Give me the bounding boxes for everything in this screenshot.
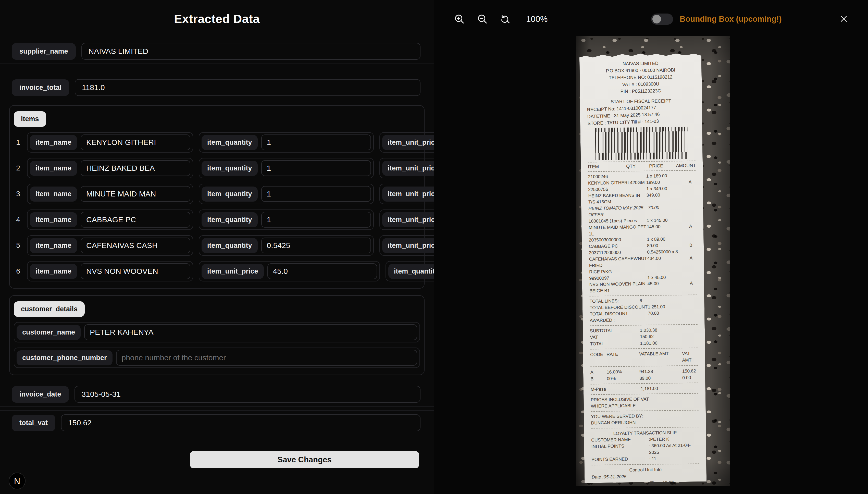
vat-table-header: CODERATE VATABLE AMTVAT AMT bbox=[590, 350, 698, 365]
item-row-6: 6 item_name item_unit_price item_quantit… bbox=[14, 261, 420, 282]
zoom-in-button[interactable] bbox=[454, 13, 465, 25]
item-name-label: item_name bbox=[30, 264, 77, 279]
item-quantity-label: item_quantity bbox=[201, 187, 258, 202]
total-vat-label: total_vat bbox=[12, 415, 55, 431]
customer-name-input[interactable] bbox=[84, 324, 417, 340]
receipt-header: NAIVAS LIMITED P.O BOX 61600 - 00100 NAI… bbox=[586, 59, 695, 95]
item-row-4: 4 item_name item_quantity item_unit_pric… bbox=[14, 209, 420, 230]
receipt-viewer-panel: 100% Bounding Box (upcoming!) NAIVAS LIM… bbox=[434, 0, 868, 494]
payment-row: M-Pesa1,181.00 bbox=[591, 385, 698, 393]
zoom-out-icon bbox=[477, 13, 488, 25]
item-quantity-input[interactable] bbox=[261, 134, 371, 150]
viewer-toolbar: 100% Bounding Box (upcoming!) bbox=[434, 0, 868, 38]
customer-phone-group: customer_phone_number bbox=[14, 347, 420, 368]
customer-details-section-label: customer_details bbox=[14, 301, 85, 317]
customer-name-label: customer_name bbox=[17, 325, 81, 340]
receipt-items: 210002461 x 189.00 KENYLON GITHERI 420GM… bbox=[588, 172, 697, 294]
invoice-date-label: invoice_date bbox=[12, 386, 69, 403]
item-quantity-group: item_quantity bbox=[199, 235, 374, 256]
zoom-level: 100% bbox=[526, 14, 547, 24]
zoom-out-button[interactable] bbox=[477, 13, 488, 25]
item-quantity-label: item_quantity bbox=[201, 135, 258, 150]
total-vat-input[interactable] bbox=[61, 414, 421, 431]
close-icon bbox=[839, 14, 849, 24]
item-quantity-group: item_quantity bbox=[199, 158, 374, 178]
customer-name-group: customer_name bbox=[14, 322, 420, 342]
vat-notice: PRICES INCLUSIVE OF VAT WHERE APPLICABLE bbox=[591, 396, 699, 410]
vat-row-b: B00% 89.000.00 bbox=[591, 374, 698, 382]
total-vat-row: total_vat bbox=[0, 410, 434, 435]
reset-zoom-icon bbox=[500, 13, 511, 25]
item-quantity-input[interactable] bbox=[261, 238, 371, 253]
customer-details-section: customer_details customer_name customer_… bbox=[9, 295, 425, 375]
reset-zoom-button[interactable] bbox=[500, 13, 511, 25]
logo-letter: N bbox=[14, 476, 20, 486]
item-name-label: item_name bbox=[30, 161, 77, 176]
item-name-input[interactable] bbox=[81, 238, 190, 253]
item-name-group: item_name bbox=[27, 184, 193, 204]
customer-phone-input[interactable] bbox=[116, 350, 417, 366]
item-name-label: item_name bbox=[30, 187, 77, 202]
item-name-group: item_name bbox=[27, 209, 193, 230]
item-quantity-label: item_quantity bbox=[201, 212, 258, 227]
supplier-name-row: supplier_name bbox=[0, 39, 434, 64]
item-row-3: 3 item_name item_quantity item_unit_pric… bbox=[14, 184, 420, 204]
item-row-2: 2 item_name item_quantity item_unit_pric… bbox=[14, 158, 420, 178]
invoice-total-input[interactable] bbox=[75, 79, 421, 96]
item-row-1: 1 item_name item_quantity item_unit_pric… bbox=[14, 132, 420, 153]
bounding-box-toggle[interactable] bbox=[651, 14, 673, 25]
served-by-line: YOU WERE SERVED BY: DUNCAN OERI JOHN bbox=[591, 412, 699, 426]
loyalty-block: CUSTOMER NAME:PETER K INITIAL POINTS: 36… bbox=[591, 436, 699, 463]
item-row-number: 4 bbox=[15, 215, 21, 224]
item-row-number: 3 bbox=[15, 190, 21, 198]
item-quantity-group: item_quantity bbox=[199, 209, 374, 230]
item-quantity-label: item_quantity bbox=[201, 161, 258, 176]
item-name-group: item_name bbox=[27, 132, 193, 153]
item-row-number: 6 bbox=[15, 267, 21, 275]
item-quantity-input[interactable] bbox=[261, 212, 371, 228]
item-name-group: item_name bbox=[27, 158, 193, 178]
item-quantity-input[interactable] bbox=[261, 186, 371, 202]
item-name-input[interactable] bbox=[81, 186, 190, 202]
supplier-name-input[interactable] bbox=[81, 43, 421, 60]
customer-name-row: customer_name bbox=[14, 322, 420, 342]
receipt-subtotals: SUBTOTAL1,030.38 VAT150.62 TOTAL1,181.00 bbox=[590, 326, 698, 347]
item-name-label: item_name bbox=[30, 212, 77, 227]
item-name-input[interactable] bbox=[81, 160, 190, 176]
item-name-group: item_name bbox=[27, 261, 193, 282]
supplier-name-label: supplier_name bbox=[12, 43, 76, 60]
item-row-number: 1 bbox=[15, 138, 21, 147]
item-name-input[interactable] bbox=[81, 263, 190, 279]
save-changes-button[interactable]: Save Changes bbox=[190, 451, 419, 468]
control-unit-block: Control Unit Info Date :05-31-2025 Time … bbox=[592, 466, 700, 483]
receipt-photo[interactable]: NAIVAS LIMITED P.O BOX 61600 - 00100 NAI… bbox=[576, 36, 730, 486]
close-viewer-button[interactable] bbox=[839, 14, 849, 24]
receipt-paper: NAIVAS LIMITED P.O BOX 61600 - 00100 NAI… bbox=[579, 52, 707, 483]
invoice-total-row: invoice_total bbox=[0, 75, 434, 100]
item-unit-price-group: item_unit_price bbox=[199, 261, 380, 282]
barcode bbox=[595, 127, 688, 160]
item-name-label: item_name bbox=[30, 238, 77, 253]
items-section: items 1 item_name item_quantity item_uni… bbox=[9, 105, 425, 289]
item-name-input[interactable] bbox=[81, 212, 190, 228]
item-row-number: 5 bbox=[15, 241, 21, 250]
invoice-date-input[interactable] bbox=[75, 386, 421, 403]
item-quantity-input[interactable] bbox=[261, 160, 371, 176]
item-quantity-group: item_quantity bbox=[199, 184, 374, 204]
item-name-input[interactable] bbox=[81, 134, 190, 150]
bounding-box-control: Bounding Box (upcoming!) bbox=[651, 14, 782, 25]
nextjs-logo: N bbox=[9, 473, 25, 489]
receipt-column-headers: ITEM QTY PRICE AMOUNT bbox=[588, 163, 696, 169]
extracted-data-panel: Extracted Data supplier_name invoice_tot… bbox=[0, 0, 434, 494]
item-quantity-group: item_quantity bbox=[199, 132, 374, 153]
item-row-5: 5 item_name item_quantity item_unit_pric… bbox=[14, 235, 420, 256]
item-unit-price-input[interactable] bbox=[267, 263, 377, 279]
item-row-number: 2 bbox=[15, 164, 21, 172]
toggle-knob bbox=[652, 15, 661, 23]
items-section-label: items bbox=[14, 111, 46, 127]
customer-phone-row: customer_phone_number bbox=[14, 347, 420, 368]
customer-phone-label: customer_phone_number bbox=[17, 350, 113, 365]
page-title: Extracted Data bbox=[0, 12, 434, 26]
invoice-date-row: invoice_date bbox=[0, 382, 434, 407]
receipt-totals: TOTAL LINES:6 TOTAL BEFORE DISCOUNT1,251… bbox=[590, 297, 697, 324]
